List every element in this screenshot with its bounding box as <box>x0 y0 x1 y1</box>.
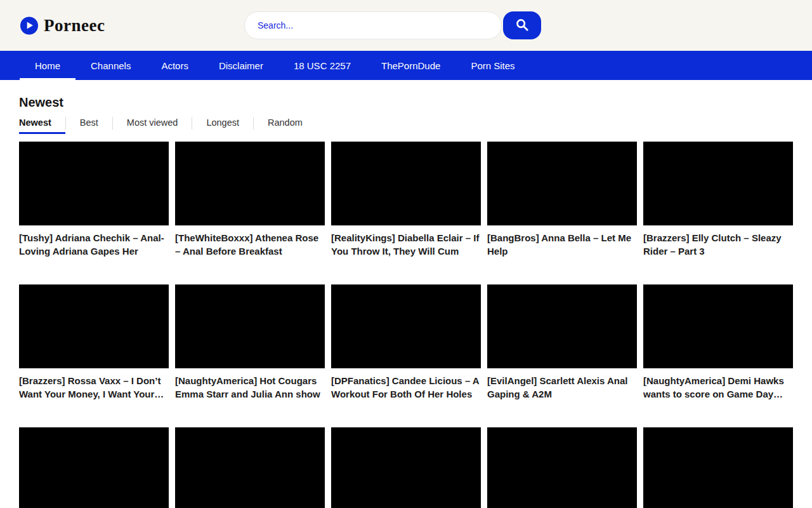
search-icon <box>515 18 529 34</box>
tab-best[interactable]: Best <box>66 116 112 134</box>
video-card: [TheWhiteBoxxx] Athenea Rose – Anal Befo… <box>175 142 325 258</box>
video-thumbnail[interactable] <box>19 284 169 368</box>
site-header: Porneec <box>0 0 812 51</box>
video-thumbnail[interactable] <box>643 427 793 508</box>
video-title[interactable]: [DPFanatics] Candee Licious – A Workout … <box>331 374 481 401</box>
video-title[interactable]: [TheWhiteBoxxx] Athenea Rose – Anal Befo… <box>175 231 325 258</box>
nav-item-channels[interactable]: Channels <box>75 51 146 80</box>
video-thumbnail[interactable] <box>643 142 793 225</box>
play-icon <box>20 17 38 34</box>
nav-item-home[interactable]: Home <box>20 51 75 80</box>
video-card: [NaughtyAmerica] Hot Cougars Emma Starr … <box>175 284 325 401</box>
tab-newest[interactable]: Newest <box>19 116 65 134</box>
video-thumbnail[interactable] <box>331 142 481 225</box>
video-title[interactable]: [BangBros] Anna Bella – Let Me Help <box>487 231 637 258</box>
nav-item-disclaimer[interactable]: Disclaimer <box>204 51 278 80</box>
video-title[interactable]: [RealityKings] Diabella Eclair – If You … <box>331 231 481 258</box>
video-title[interactable]: [Brazzers] Elly Clutch – Sleazy Rider – … <box>643 231 793 258</box>
video-card: [DPFanatics] Candee Licious – A Workout … <box>331 284 481 401</box>
video-card <box>487 427 637 508</box>
video-thumbnail[interactable] <box>19 142 169 225</box>
search-button[interactable] <box>503 11 541 39</box>
video-thumbnail[interactable] <box>331 427 481 508</box>
video-card: [RealityKings] Diabella Eclair – If You … <box>331 142 481 258</box>
video-card: [EvilAngel] Scarlett Alexis Anal Gaping … <box>487 284 637 401</box>
search-bar <box>244 11 541 39</box>
video-card: [Brazzers] Elly Clutch – Sleazy Rider – … <box>643 142 793 258</box>
video-thumbnail[interactable] <box>487 284 637 368</box>
video-thumbnail[interactable] <box>175 284 325 368</box>
video-title[interactable]: [NaughtyAmerica] Demi Hawks wants to sco… <box>643 374 793 401</box>
video-card <box>175 427 325 508</box>
video-title[interactable]: [NaughtyAmerica] Hot Cougars Emma Starr … <box>175 374 325 401</box>
site-name: Porneec <box>44 16 105 36</box>
video-thumbnail[interactable] <box>643 284 793 368</box>
main-content: Newest Newest Best Most viewed Longest R… <box>0 95 812 508</box>
video-card: [NaughtyAmerica] Demi Hawks wants to sco… <box>643 284 793 401</box>
tab-longest[interactable]: Longest <box>192 116 253 134</box>
tab-most-viewed[interactable]: Most viewed <box>113 116 192 134</box>
video-card <box>331 427 481 508</box>
nav-item-porn-sites[interactable]: Porn Sites <box>455 51 530 80</box>
video-title[interactable]: [Brazzers] Rossa Vaxx – I Don’t Want You… <box>19 374 169 401</box>
video-thumbnail[interactable] <box>175 142 325 225</box>
nav-item-theporndude[interactable]: ThePornDude <box>366 51 455 80</box>
video-title[interactable]: [EvilAngel] Scarlett Alexis Anal Gaping … <box>487 374 637 401</box>
video-title[interactable]: [Tushy] Adriana Chechik – Anal-Loving Ad… <box>19 231 169 258</box>
video-thumbnail[interactable] <box>331 284 481 368</box>
page-title: Newest <box>19 95 793 110</box>
video-card <box>643 427 793 508</box>
video-thumbnail[interactable] <box>487 142 637 225</box>
video-card: [BangBros] Anna Bella – Let Me Help <box>487 142 637 258</box>
site-logo[interactable]: Porneec <box>20 16 105 36</box>
video-thumbnail[interactable] <box>19 427 169 508</box>
nav-item-actors[interactable]: Actors <box>146 51 204 80</box>
search-input[interactable] <box>244 11 502 39</box>
video-thumbnail[interactable] <box>487 427 637 508</box>
video-grid: [Tushy] Adriana Chechik – Anal-Loving Ad… <box>19 142 793 508</box>
video-card: [Brazzers] Rossa Vaxx – I Don’t Want You… <box>19 284 169 401</box>
video-card <box>19 427 169 508</box>
sort-tabs: Newest Best Most viewed Longest Random <box>19 116 793 134</box>
main-nav: Home Channels Actors Disclaimer 18 USC 2… <box>0 51 812 80</box>
video-thumbnail[interactable] <box>175 427 325 508</box>
video-card: [Tushy] Adriana Chechik – Anal-Loving Ad… <box>19 142 169 258</box>
tab-random[interactable]: Random <box>254 116 317 134</box>
nav-item-18-usc-2257[interactable]: 18 USC 2257 <box>278 51 366 80</box>
